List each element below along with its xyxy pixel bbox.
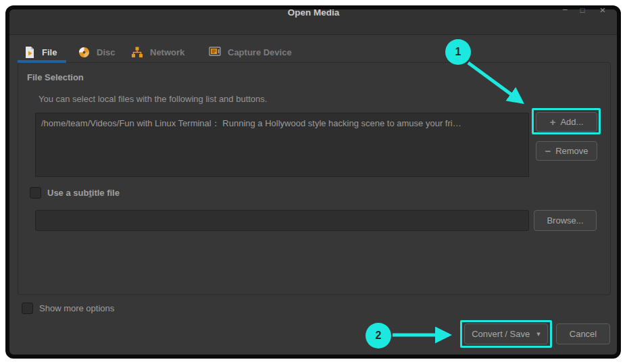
show-more-options-checkbox[interactable] [22, 303, 33, 314]
convert-save-button[interactable]: Convert / Save ▾ [464, 323, 548, 344]
annotation-step-2: 2 [366, 323, 391, 348]
tab-file-label: File [42, 47, 57, 57]
show-more-options-label: Show more options [39, 303, 114, 313]
tab-capture-device[interactable]: Capture Device [209, 43, 292, 61]
plus-icon: + [550, 117, 556, 127]
tab-capture-label: Capture Device [228, 47, 292, 57]
cancel-button[interactable]: Cancel [556, 323, 610, 344]
capture-device-icon [209, 47, 221, 57]
browse-button[interactable]: Browse... [534, 210, 597, 231]
file-selection-description: You can select local files with the foll… [39, 94, 267, 104]
chevron-down-icon: ▾ [536, 330, 541, 338]
file-list-item[interactable]: /home/team/Videos/Fun with Linux Termina… [36, 113, 528, 134]
tab-network[interactable]: Network [131, 43, 184, 61]
minus-icon: − [545, 146, 551, 156]
tab-file[interactable]: File [24, 43, 57, 61]
subtitle-file-input[interactable] [35, 210, 529, 231]
remove-button[interactable]: − Remove [536, 141, 597, 161]
browse-button-label: Browse... [547, 215, 583, 226]
convert-save-label: Convert / Save [472, 329, 530, 339]
close-icon[interactable]: × [596, 4, 609, 16]
add-button[interactable]: + Add... [536, 112, 597, 132]
file-media-icon [24, 46, 35, 59]
maximize-icon[interactable]: □ [576, 6, 589, 14]
file-list[interactable]: /home/team/Videos/Fun with Linux Termina… [35, 113, 529, 177]
use-subtitle-checkbox[interactable] [30, 187, 41, 199]
network-icon [131, 47, 143, 58]
disc-icon [78, 47, 90, 58]
tab-disc-label: Disc [97, 47, 115, 57]
add-button-label: Add... [560, 117, 583, 127]
remove-button-label: Remove [555, 146, 588, 156]
active-tab-underline [18, 60, 66, 63]
use-subtitle-label: Use a subtitle file [47, 188, 120, 198]
tab-network-label: Network [150, 47, 184, 57]
cancel-button-label: Cancel [570, 329, 597, 339]
minimize-icon[interactable]: − [558, 4, 572, 15]
window-title: Open Media [0, 7, 627, 18]
tab-disc[interactable]: Disc [78, 43, 115, 61]
file-selection-heading: File Selection [27, 72, 84, 82]
annotation-step-1: 1 [445, 39, 471, 65]
